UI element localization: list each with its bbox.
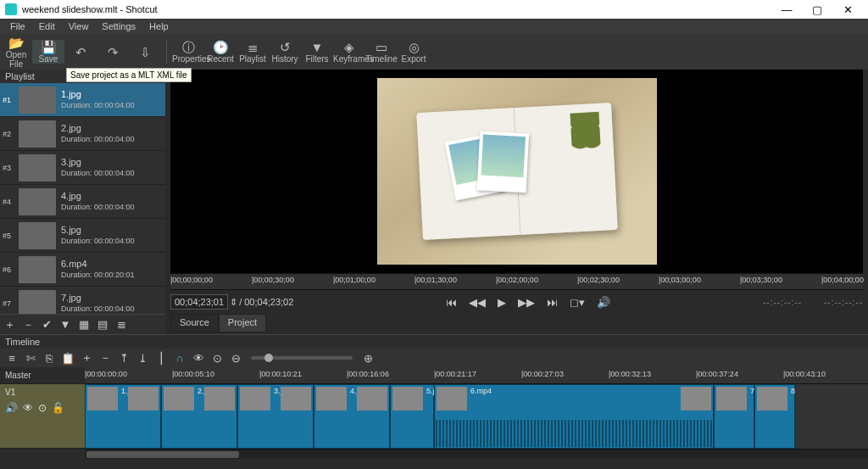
spinner-control[interactable]: ⇕ [230, 297, 237, 308]
minimize-button[interactable]: — [771, 3, 802, 16]
menu-bar: File Edit View Settings Help [0, 19, 868, 34]
menu-settings[interactable]: Settings [95, 21, 142, 31]
close-button[interactable]: ✕ [832, 3, 863, 16]
tl-copy-button[interactable]: ⎘ [41, 352, 58, 365]
playlist-down-button[interactable]: ▼ [56, 318, 75, 331]
properties-button[interactable]: ⓘProperties [172, 40, 204, 64]
clock-icon: 🕑 [204, 40, 236, 54]
timeline-clip[interactable]: 7.jpg [714, 384, 754, 449]
undo-button[interactable]: ↶ [64, 45, 97, 59]
playlist-remove-button[interactable]: － [19, 317, 37, 332]
track-hide-button[interactable]: 👁 [23, 402, 33, 414]
save-button[interactable]: 💾Save [32, 40, 64, 64]
tl-ripple-button[interactable]: ⊙ [209, 352, 225, 365]
tab-source[interactable]: Source [170, 314, 219, 332]
preview-panel: |00;00;00;00|00;00;30;00|00;01;00;00|00;… [165, 70, 868, 334]
thumbnail [19, 290, 56, 315]
playlist-item[interactable]: #11.jpgDuration: 00:00:04:00 [0, 83, 165, 117]
preview-viewport[interactable] [170, 70, 863, 273]
timeline-clip[interactable]: 3.jpg [237, 384, 314, 449]
open-file-button[interactable]: 📂Open File [0, 36, 32, 69]
filters-button[interactable]: ▼Filters [301, 40, 333, 64]
playlist-list-view-button[interactable]: ≣ [112, 318, 131, 331]
playlist-button[interactable]: ≣Playlist [236, 40, 269, 64]
thumbnail [19, 154, 56, 181]
tl-scrub-button[interactable]: 👁 [190, 352, 207, 365]
volume-button[interactable]: 🔊 [597, 296, 610, 309]
timeline-button[interactable]: ▭Timeline [365, 40, 398, 64]
menu-view[interactable]: View [62, 21, 96, 31]
save-tooltip: Save project as a MLT XML file [66, 68, 192, 82]
timeline-clip[interactable]: 6.mp4 [434, 384, 714, 449]
playlist-panel: Playlist #11.jpgDuration: 00:00:04:00#22… [0, 70, 165, 334]
tl-snap-button[interactable]: ∩ [171, 352, 188, 365]
timeline-horizontal-scrollbar[interactable] [85, 449, 868, 459]
menu-edit[interactable]: Edit [32, 21, 62, 31]
skip-start-button[interactable]: ⏮ [446, 296, 457, 309]
playlist-add-button[interactable]: ＋ [0, 317, 19, 332]
window-title: weekend slideshow.mlt - Shotcut [22, 4, 771, 14]
timeline-trackheads: Master V1 🔊 👁 ⊙ 🔓 [0, 367, 85, 469]
tl-menu-button[interactable]: ≡ [3, 352, 20, 365]
track-composite-button[interactable]: ⊙ [38, 402, 47, 414]
tl-paste-button[interactable]: 📋 [59, 352, 76, 365]
recent-button[interactable]: 🕑Recent [204, 40, 236, 64]
keyframes-button[interactable]: ◈Keyframes [333, 40, 365, 64]
tl-remove-button[interactable]: － [97, 350, 114, 366]
timeline-clip[interactable]: 2.jpg [161, 384, 237, 449]
playlist-item[interactable]: #22.jpgDuration: 00:00:04:00 [0, 117, 165, 151]
timeline-header: Timeline [0, 334, 868, 349]
tl-split-button[interactable]: ⎮ [153, 352, 170, 365]
forward-button[interactable]: ▶▶ [518, 296, 535, 309]
download-icon: ⇩ [129, 45, 161, 59]
timeline-clip[interactable]: 1.jpg [85, 384, 161, 449]
playlist-item[interactable]: #77.jpgDuration: 00:00:04:00 [0, 287, 165, 314]
skip-end-button[interactable]: ⏭ [547, 296, 558, 309]
save-icon: 💾 [32, 40, 64, 54]
tl-zoom-in-button[interactable]: ⊕ [359, 352, 376, 365]
timeline-clip[interactable]: 8 [754, 384, 795, 449]
menu-file[interactable]: File [3, 21, 32, 31]
redo-button[interactable]: ↷ [97, 45, 129, 59]
timeline-ruler[interactable]: |00:00:00:00|00:00:05:10|00:00:10:21|00:… [85, 367, 868, 384]
playlist-item[interactable]: #55.jpgDuration: 00:00:04:00 [0, 219, 165, 253]
playlist-item[interactable]: #44.jpgDuration: 00:00:04:00 [0, 185, 165, 219]
export-button[interactable]: ◎Export [398, 40, 430, 64]
track-lock-button[interactable]: 🔓 [52, 402, 64, 414]
timeline-clip[interactable]: 4.jpg [314, 384, 390, 449]
playlist-tile-view-button[interactable]: ▤ [93, 318, 112, 331]
playlist-grid-view-button[interactable]: ▦ [75, 318, 93, 331]
rewind-button[interactable]: ◀◀ [469, 296, 486, 309]
timeline-tracks[interactable]: |00:00:00:00|00:00:05:10|00:00:10:21|00:… [85, 367, 868, 469]
tl-zoom-slider[interactable] [251, 356, 353, 360]
tab-project[interactable]: Project [219, 314, 266, 332]
track-mute-button[interactable]: 🔊 [5, 402, 18, 414]
play-button[interactable]: ▶ [498, 296, 506, 309]
master-track-head[interactable]: Master [0, 367, 85, 384]
download-button[interactable]: ⇩ [129, 45, 161, 59]
preview-ruler[interactable]: |00;00;00;00|00;00;30;00|00;01;00;00|00;… [170, 273, 863, 290]
in-timecode: --:--:--:-- [763, 298, 802, 307]
playlist-buttons: ＋ － ✔ ▼ ▦ ▤ ≣ [0, 314, 165, 334]
playlist-list: #11.jpgDuration: 00:00:04:00#22.jpgDurat… [0, 83, 165, 314]
tl-overwrite-button[interactable]: ⤓ [134, 352, 151, 365]
v1-track-head[interactable]: V1 🔊 👁 ⊙ 🔓 [0, 384, 85, 449]
timeline-clip[interactable]: 5.jpg [390, 384, 434, 449]
tl-lift-button[interactable]: ⤒ [115, 352, 132, 365]
history-button[interactable]: ↺History [269, 40, 301, 64]
menu-help[interactable]: Help [142, 21, 175, 31]
loop-button[interactable]: ◻▾ [570, 296, 585, 309]
tl-add-button[interactable]: ＋ [78, 350, 95, 366]
playlist-item[interactable]: #33.jpgDuration: 00:00:04:00 [0, 151, 165, 185]
funnel-icon: ▼ [301, 40, 333, 54]
tl-zoom-out-button[interactable]: ⊖ [227, 352, 244, 365]
playlist-item[interactable]: #66.mp4Duration: 00:00:20:01 [0, 253, 165, 287]
track-v1[interactable]: 1.jpg2.jpg3.jpg4.jpg5.jpg6.mp47.jpg8 [85, 384, 868, 449]
transport-controls: 00;04;23;01 ⇕ / 00;04;23;02 ⏮ ◀◀ ▶ ▶▶ ⏭ … [170, 290, 863, 314]
thumbnail [19, 222, 56, 249]
folder-icon: 📂 [0, 36, 32, 50]
maximize-button[interactable]: ▢ [802, 3, 832, 16]
playlist-check-button[interactable]: ✔ [37, 318, 56, 331]
current-timecode[interactable]: 00;04;23;01 [170, 294, 228, 310]
tl-cut-button[interactable]: ✄ [22, 352, 39, 365]
